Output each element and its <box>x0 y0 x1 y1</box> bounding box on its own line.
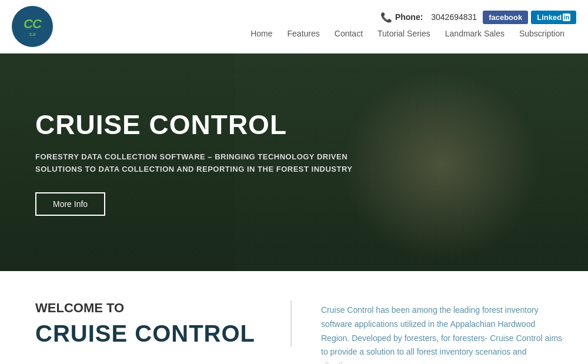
nav-contact[interactable]: Contact <box>335 29 363 38</box>
hero-title: CRUISE CONTROL <box>35 109 553 141</box>
logo-version: 3.0 <box>24 32 41 37</box>
linkedin-icon: in <box>563 14 570 21</box>
header: CC 3.0 📞 Phone: 3042694831 facebook Link… <box>0 0 588 54</box>
phone-label: Phone: <box>395 12 423 22</box>
nav-home[interactable]: Home <box>250 29 272 38</box>
phone-icon: 📞 <box>380 12 392 23</box>
nav-subscription[interactable]: Subscription <box>519 29 564 38</box>
facebook-button[interactable]: facebook <box>483 11 528 24</box>
hero-section: CRUISE CONTROL FORESTRY DATA COLLECTION … <box>0 54 588 271</box>
contact-row: 📞 Phone: 3042694831 facebook Linked in <box>380 11 576 24</box>
nav-tutorial-series[interactable]: Tutorial Series <box>377 29 430 38</box>
phone-number: 3042694831 <box>431 12 477 22</box>
phone-info: 📞 Phone: 3042694831 <box>380 12 477 23</box>
hero-subtitle: FORESTRY DATA COLLECTION SOFTWARE – BRIN… <box>35 151 388 176</box>
header-right: 📞 Phone: 3042694831 facebook Linked in H… <box>239 11 576 43</box>
more-info-button[interactable]: More Info <box>35 192 105 216</box>
welcome-brand: CRUISE CONTROL <box>35 320 279 347</box>
nav-features[interactable]: Features <box>288 29 320 38</box>
linkedin-label: Linked <box>537 13 562 22</box>
welcome-description: Cruise Control has been among the leadin… <box>321 303 564 364</box>
welcome-section: WELCOME TO CRUISE CONTROL Cruise Control… <box>0 271 588 364</box>
logo-icon: CC <box>24 16 41 32</box>
welcome-right: Cruise Control has been among the leadin… <box>315 300 564 364</box>
nav-landmark-sales[interactable]: Landmark Sales <box>445 29 505 38</box>
social-buttons: facebook Linked in <box>483 11 576 24</box>
logo[interactable]: CC 3.0 <box>12 6 53 47</box>
welcome-left: WELCOME TO CRUISE CONTROL <box>35 300 292 347</box>
main-nav: Home Features Contact Tutorial Series La… <box>239 29 576 43</box>
welcome-label: WELCOME TO <box>35 300 279 316</box>
linkedin-button[interactable]: Linked in <box>531 11 576 24</box>
